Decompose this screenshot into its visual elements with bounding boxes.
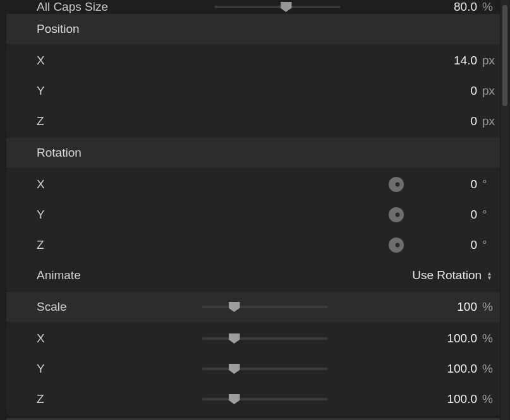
- rotation-animate-label: Animate: [37, 268, 163, 282]
- rotation-y-row: Y 0 °: [6, 200, 504, 230]
- position-y-value[interactable]: 0: [439, 84, 477, 98]
- rotation-x-row: X 0 °: [6, 169, 504, 200]
- position-y-unit: px: [482, 84, 499, 98]
- scale-x-label: X: [37, 332, 138, 345]
- scale-overall-value[interactable]: 100: [439, 300, 477, 314]
- rotation-z-row: Z 0 °: [6, 230, 504, 260]
- rotation-animate-row: Animate Use Rotation ▲▼: [6, 260, 504, 291]
- rotation-z-unit: °: [482, 238, 499, 252]
- position-x-value[interactable]: 14.0: [439, 54, 477, 68]
- position-x-row: X 14.0 px: [6, 45, 504, 76]
- rotation-x-label: X: [37, 177, 163, 191]
- rotation-z-value[interactable]: 0: [439, 238, 477, 252]
- position-y-row: Y 0 px: [6, 76, 504, 106]
- scale-z-value[interactable]: 100.0: [439, 392, 477, 406]
- scale-header[interactable]: Scale 100 %: [6, 292, 504, 322]
- vertical-scrollbar[interactable]: [500, 0, 509, 420]
- scale-group: X 100.0 % Y 100.0 %: [6, 322, 504, 416]
- scale-overall-slider[interactable]: [202, 301, 328, 313]
- scale-header-label: Scale: [37, 300, 138, 314]
- rotation-y-dial[interactable]: [389, 207, 404, 222]
- slider-thumb-icon[interactable]: [229, 394, 240, 404]
- scale-overall-unit: %: [482, 300, 499, 314]
- all-caps-size-label: All Caps Size: [37, 0, 163, 14]
- scale-y-row: Y 100.0 %: [6, 354, 504, 384]
- rotation-x-value[interactable]: 0: [439, 177, 477, 191]
- all-caps-size-slider[interactable]: [214, 1, 341, 13]
- all-caps-size-unit: %: [482, 0, 499, 14]
- rotation-z-dial[interactable]: [389, 237, 404, 253]
- slider-thumb-icon[interactable]: [229, 302, 240, 312]
- scale-z-row: Z 100.0 %: [6, 384, 504, 414]
- scale-z-label: Z: [37, 392, 138, 406]
- position-z-unit: px: [482, 114, 499, 128]
- scale-y-slider[interactable]: [202, 363, 328, 375]
- position-x-unit: px: [482, 54, 499, 68]
- rotation-group: X 0 ° Y 0 ° Z 0 ° An: [6, 168, 504, 292]
- rotation-animate-dropdown[interactable]: Use Rotation ▲▼: [412, 268, 492, 282]
- all-caps-size-value[interactable]: 80.0: [439, 0, 477, 14]
- slider-thumb-icon[interactable]: [229, 333, 240, 344]
- position-z-row: Z 0 px: [6, 106, 504, 136]
- position-header-label: Position: [37, 22, 80, 36]
- rotation-x-unit: °: [482, 177, 499, 191]
- scale-x-row: X 100.0 %: [6, 323, 504, 354]
- rotation-animate-value: Use Rotation: [412, 268, 482, 282]
- scale-x-value[interactable]: 100.0: [439, 332, 477, 345]
- scale-x-unit: %: [482, 332, 499, 345]
- rotation-x-dial[interactable]: [389, 177, 404, 192]
- slider-thumb-icon[interactable]: [281, 2, 292, 12]
- position-x-label: X: [37, 54, 163, 68]
- position-z-label: Z: [37, 114, 163, 128]
- scrollbar-thumb[interactable]: [502, 5, 507, 106]
- dropdown-stepper-icon: ▲▼: [487, 272, 492, 280]
- scale-y-value[interactable]: 100.0: [439, 362, 477, 376]
- all-caps-size-row: All Caps Size 80.0 %: [6, 0, 504, 14]
- scale-y-unit: %: [482, 362, 499, 376]
- position-y-label: Y: [37, 84, 163, 98]
- scale-x-slider[interactable]: [202, 332, 328, 345]
- scale-z-slider[interactable]: [202, 393, 328, 405]
- position-header[interactable]: Position: [6, 14, 504, 44]
- position-z-value[interactable]: 0: [439, 114, 477, 128]
- rotation-header-label: Rotation: [37, 146, 82, 160]
- rotation-y-label: Y: [37, 208, 163, 222]
- scale-z-unit: %: [482, 392, 499, 406]
- scale-y-label: Y: [37, 362, 138, 376]
- rotation-y-unit: °: [482, 208, 499, 222]
- slider-thumb-icon[interactable]: [229, 364, 240, 374]
- rotation-z-label: Z: [37, 238, 163, 252]
- position-group: X 14.0 px Y 0 px Z 0 px: [6, 44, 504, 138]
- rotation-y-value[interactable]: 0: [439, 208, 477, 222]
- rotation-header[interactable]: Rotation: [6, 138, 504, 168]
